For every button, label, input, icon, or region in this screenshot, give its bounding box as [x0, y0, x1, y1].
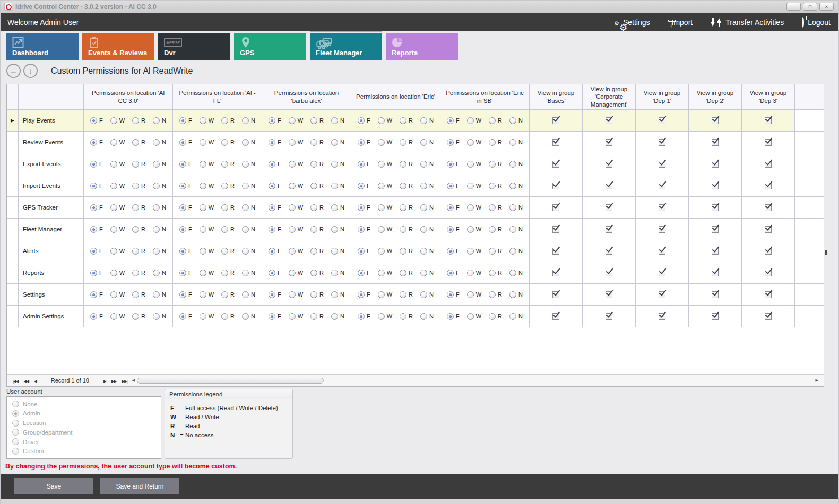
view-checkbox-checked[interactable]: [712, 226, 719, 233]
radio-f-selected[interactable]: [358, 248, 365, 255]
radio-w[interactable]: [378, 204, 385, 211]
radio-n[interactable]: [242, 204, 249, 211]
radio-f-selected[interactable]: [179, 291, 186, 298]
radio-r[interactable]: [132, 183, 139, 189]
radio-f-selected[interactable]: [90, 204, 97, 211]
radio-f-selected[interactable]: [358, 161, 365, 168]
import-button[interactable]: ↓Import: [668, 18, 693, 27]
radio-n[interactable]: [509, 117, 516, 124]
view-checkbox-checked[interactable]: [712, 270, 719, 276]
radio-w[interactable]: [289, 161, 296, 168]
radio-n[interactable]: [331, 117, 338, 124]
radio-w[interactable]: [200, 313, 206, 320]
radio-n[interactable]: [509, 313, 516, 320]
next-page-button[interactable]: ▶▶: [111, 379, 117, 384]
radio-w[interactable]: [378, 226, 385, 233]
radio-f-selected[interactable]: [90, 183, 97, 189]
radio-r[interactable]: [400, 204, 406, 211]
view-checkbox-checked[interactable]: [552, 248, 559, 255]
minimize-button[interactable]: –: [786, 3, 801, 11]
radio-w[interactable]: [467, 313, 474, 320]
radio-w[interactable]: [200, 248, 206, 255]
view-checkbox-checked[interactable]: [659, 183, 665, 189]
radio-w[interactable]: [200, 270, 206, 276]
radio-f-selected[interactable]: [90, 248, 97, 255]
radio-w[interactable]: [378, 139, 385, 146]
radio-unselected[interactable]: [12, 401, 19, 407]
radio-r[interactable]: [221, 248, 228, 255]
radio-r[interactable]: [310, 139, 317, 146]
tab-events-reviews[interactable]: Events & Reviews: [82, 33, 154, 60]
radio-r[interactable]: [400, 291, 406, 298]
radio-f-selected[interactable]: [90, 161, 97, 168]
radio-r[interactable]: [221, 183, 228, 189]
radio-r[interactable]: [221, 226, 228, 233]
radio-w[interactable]: [289, 117, 296, 124]
radio-n[interactable]: [509, 291, 516, 298]
radio-w[interactable]: [467, 204, 474, 211]
radio-w[interactable]: [289, 248, 296, 255]
radio-n[interactable]: [509, 183, 516, 189]
radio-f-selected[interactable]: [447, 248, 454, 255]
column-header-2[interactable]: Permissions on location 'Al - FL': [173, 84, 262, 110]
radio-f-selected[interactable]: [269, 270, 275, 276]
view-checkbox-checked[interactable]: [659, 117, 665, 124]
radio-n[interactable]: [153, 248, 160, 255]
radio-r[interactable]: [400, 161, 406, 168]
view-checkbox-checked[interactable]: [552, 183, 559, 189]
radio-n[interactable]: [509, 248, 516, 255]
user-account-option-driver[interactable]: Driver: [12, 438, 155, 445]
view-checkbox-checked[interactable]: [765, 226, 772, 233]
view-checkbox-checked[interactable]: [606, 204, 612, 211]
user-account-option-group-department[interactable]: Group/department: [12, 429, 155, 436]
radio-n[interactable]: [153, 226, 160, 233]
radio-n[interactable]: [331, 313, 338, 320]
radio-w[interactable]: [289, 139, 296, 146]
radio-w[interactable]: [467, 117, 474, 124]
radio-w[interactable]: [378, 183, 385, 189]
radio-w[interactable]: [110, 139, 117, 146]
vscroll-track[interactable]: [824, 84, 835, 387]
radio-f-selected[interactable]: [179, 204, 186, 211]
radio-f-selected[interactable]: [447, 139, 454, 146]
column-header-4[interactable]: Permissions on location 'Eric': [351, 84, 440, 110]
radio-n[interactable]: [509, 226, 516, 233]
radio-r[interactable]: [310, 248, 317, 255]
save-and-return-button[interactable]: Save and Return: [100, 478, 179, 494]
radio-w[interactable]: [110, 226, 117, 233]
radio-n[interactable]: [509, 270, 516, 276]
radio-r[interactable]: [221, 204, 228, 211]
view-checkbox-checked[interactable]: [552, 270, 559, 276]
prev-record-button[interactable]: ◀: [34, 379, 37, 384]
radio-n[interactable]: [331, 226, 338, 233]
view-checkbox-checked[interactable]: [659, 204, 665, 211]
radio-w[interactable]: [378, 313, 385, 320]
radio-r[interactable]: [132, 226, 139, 233]
radio-f-selected[interactable]: [447, 226, 454, 233]
radio-f-selected[interactable]: [179, 313, 186, 320]
radio-n[interactable]: [509, 161, 516, 168]
radio-f-selected[interactable]: [269, 204, 275, 211]
tab-dvr[interactable]: MERGEDvr: [158, 33, 230, 60]
radio-r[interactable]: [400, 313, 406, 320]
radio-r[interactable]: [400, 117, 406, 124]
radio-f-selected[interactable]: [358, 226, 365, 233]
radio-w[interactable]: [110, 270, 117, 276]
radio-w[interactable]: [110, 117, 117, 124]
radio-f-selected[interactable]: [269, 139, 275, 146]
radio-r[interactable]: [400, 270, 406, 276]
radio-r[interactable]: [132, 270, 139, 276]
radio-w[interactable]: [289, 291, 296, 298]
view-checkbox-checked[interactable]: [765, 291, 772, 298]
radio-w[interactable]: [200, 139, 206, 146]
view-checkbox-checked[interactable]: [606, 226, 612, 233]
radio-r[interactable]: [489, 248, 496, 255]
view-checkbox-checked[interactable]: [712, 248, 719, 255]
radio-n[interactable]: [420, 226, 427, 233]
view-checkbox-checked[interactable]: [552, 204, 559, 211]
radio-w[interactable]: [110, 204, 117, 211]
view-checkbox-checked[interactable]: [552, 226, 559, 233]
radio-f-selected[interactable]: [447, 183, 454, 189]
radio-unselected[interactable]: [12, 438, 19, 445]
radio-n[interactable]: [242, 139, 249, 146]
